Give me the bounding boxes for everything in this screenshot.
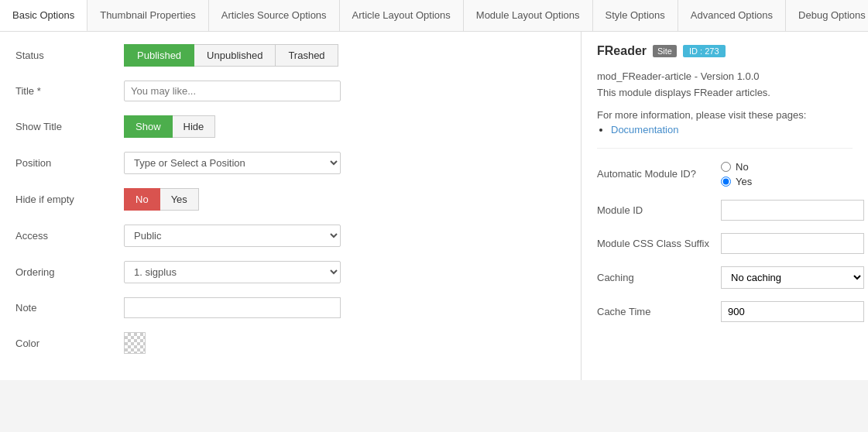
- module-id-input[interactable]: [721, 200, 864, 221]
- tab-basic-options[interactable]: Basic Options: [0, 0, 87, 32]
- title-label: Title *: [15, 85, 124, 97]
- note-label: Note: [15, 302, 124, 314]
- published-button[interactable]: Published: [124, 44, 194, 67]
- ordering-row: Ordering 1. sigplus: [15, 261, 565, 283]
- caching-label: Caching: [597, 272, 721, 283]
- cache-time-row: Cache Time: [597, 301, 853, 322]
- ordering-control: 1. sigplus: [124, 261, 565, 283]
- auto-module-id-label: Automatic Module ID?: [597, 168, 721, 180]
- radio-yes-text: Yes: [736, 176, 752, 187]
- color-swatch[interactable]: [124, 332, 146, 354]
- position-select[interactable]: Type or Select a Position: [124, 152, 341, 174]
- show-title-label: Show Title: [15, 121, 124, 132]
- status-control: Published Unpublished Trashed: [124, 44, 565, 67]
- tab-debug-options[interactable]: Debug Options: [786, 0, 868, 31]
- caching-select[interactable]: No caching: [721, 266, 864, 289]
- radio-no-text: No: [736, 161, 749, 173]
- radio-no-label[interactable]: No: [721, 161, 853, 173]
- no-button[interactable]: No: [124, 188, 160, 211]
- note-control: [124, 297, 565, 318]
- status-button-group: Published Unpublished Trashed: [124, 44, 565, 67]
- left-panel: Status Published Unpublished Trashed Tit…: [0, 32, 582, 380]
- module-id-label: Module ID: [597, 204, 721, 216]
- cache-time-control: [721, 301, 864, 322]
- auto-module-id-control: No Yes: [721, 161, 853, 187]
- show-hide-group: Show Hide: [124, 115, 565, 138]
- tab-articles-source-options[interactable]: Articles Source Options: [209, 0, 340, 31]
- position-control: Type or Select a Position: [124, 152, 565, 174]
- module-info-text: For more information, please visit these…: [597, 109, 853, 121]
- module-id-row: Module ID: [597, 200, 853, 221]
- color-control: [124, 332, 565, 354]
- documentation-link[interactable]: Documentation: [611, 124, 678, 135]
- hide-if-empty-label: Hide if empty: [15, 194, 124, 205]
- show-title-row: Show Title Show Hide: [15, 115, 565, 138]
- color-label: Color: [15, 338, 124, 349]
- ordering-select[interactable]: 1. sigplus: [124, 261, 341, 283]
- title-control: [124, 81, 565, 101]
- module-css-control: [721, 233, 864, 254]
- show-title-control: Show Hide: [124, 115, 565, 138]
- access-label: Access: [15, 230, 124, 242]
- right-panel: FReader Site ID : 273 mod_FReader-articl…: [582, 32, 868, 380]
- module-links-list: Documentation: [597, 124, 853, 135]
- radio-yes-input[interactable]: [721, 177, 731, 187]
- module-desc: mod_FReader-article - Version 1.0.0 This…: [597, 69, 853, 101]
- divider: [597, 148, 853, 149]
- module-header: FReader Site ID : 273: [597, 44, 853, 58]
- hide-if-empty-control: No Yes: [124, 188, 565, 211]
- note-input[interactable]: [124, 297, 341, 318]
- hide-if-empty-row: Hide if empty No Yes: [15, 188, 565, 211]
- position-label: Position: [15, 157, 124, 169]
- tab-style-options[interactable]: Style Options: [593, 0, 678, 31]
- id-badge: ID : 273: [683, 45, 726, 57]
- access-row: Access Public: [15, 225, 565, 247]
- access-select[interactable]: Public: [124, 225, 341, 247]
- cache-time-label: Cache Time: [597, 306, 721, 317]
- module-css-label: Module CSS Class Suffix: [597, 238, 721, 249]
- unpublished-button[interactable]: Unpublished: [194, 44, 276, 67]
- auto-module-id-radio-group: No Yes: [721, 161, 853, 187]
- no-yes-group: No Yes: [124, 188, 565, 211]
- color-row: Color: [15, 332, 565, 354]
- show-button[interactable]: Show: [124, 115, 173, 138]
- hide-button[interactable]: Hide: [173, 115, 216, 138]
- tab-module-layout-options[interactable]: Module Layout Options: [464, 0, 593, 31]
- position-row: Position Type or Select a Position: [15, 152, 565, 174]
- status-label: Status: [15, 50, 124, 61]
- access-control: Public: [124, 225, 565, 247]
- tabs-bar: Basic Options Thumbnail Properties Artic…: [0, 0, 868, 32]
- note-row: Note: [15, 297, 565, 318]
- site-badge: Site: [653, 45, 677, 57]
- title-input[interactable]: [124, 81, 341, 101]
- module-css-row: Module CSS Class Suffix: [597, 233, 853, 254]
- tab-thumbnail-properties[interactable]: Thumbnail Properties: [87, 0, 209, 31]
- auto-module-id-row: Automatic Module ID? No Yes: [597, 161, 853, 187]
- module-css-input[interactable]: [721, 233, 864, 254]
- caching-control: No caching: [721, 266, 864, 289]
- title-row: Title *: [15, 81, 565, 101]
- module-desc-line1: mod_FReader-article - Version 1.0.0: [597, 69, 853, 85]
- module-id-control: [721, 200, 864, 221]
- yes-button[interactable]: Yes: [160, 188, 199, 211]
- status-row: Status Published Unpublished Trashed: [15, 44, 565, 67]
- module-title: FReader: [597, 44, 647, 58]
- cache-time-input[interactable]: [721, 301, 864, 322]
- caching-row: Caching No caching: [597, 266, 853, 289]
- radio-yes-label[interactable]: Yes: [721, 176, 853, 187]
- radio-no-input[interactable]: [721, 162, 731, 172]
- main-content: Status Published Unpublished Trashed Tit…: [0, 32, 868, 380]
- ordering-label: Ordering: [15, 266, 124, 278]
- module-desc-line2: This module displays FReader articles.: [597, 85, 853, 101]
- tab-advanced-options[interactable]: Advanced Options: [678, 0, 786, 31]
- tab-article-layout-options[interactable]: Article Layout Options: [340, 0, 464, 31]
- trashed-button[interactable]: Trashed: [276, 44, 338, 67]
